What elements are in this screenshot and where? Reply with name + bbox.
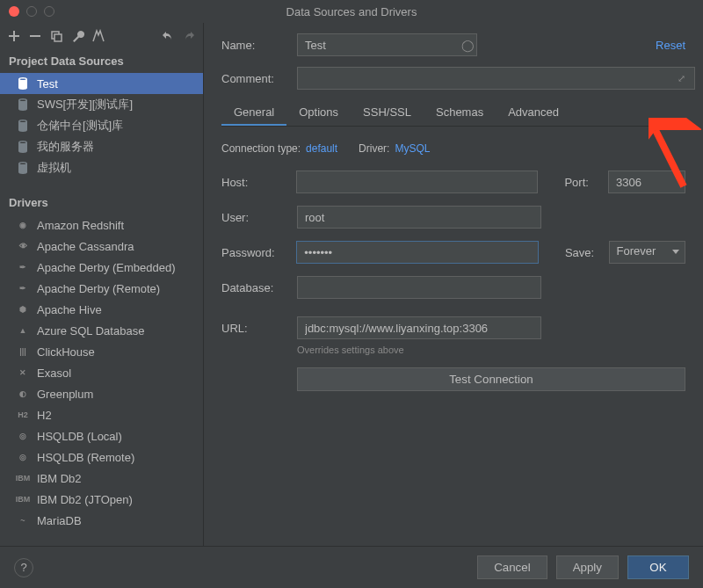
color-indicator-icon[interactable]: ◯ — [461, 39, 475, 52]
database-icon — [16, 140, 30, 154]
driver-label: Exasol — [37, 367, 71, 380]
data-source-item[interactable]: 仓储中台[测试]库 — [0, 115, 203, 136]
redo-icon[interactable] — [182, 29, 196, 43]
driver-icon: H2 — [16, 408, 30, 422]
connection-type-link[interactable]: default — [306, 142, 337, 155]
svg-rect-1 — [54, 34, 62, 41]
wrench-icon[interactable] — [70, 29, 84, 43]
host-input[interactable] — [296, 171, 538, 193]
data-source-item[interactable]: Test — [0, 73, 203, 94]
sidebar-toolbar — [0, 23, 203, 49]
driver-label: ClickHouse — [37, 345, 95, 359]
driver-item[interactable]: ◉Amazon Redshift — [0, 214, 203, 236]
database-icon — [16, 76, 30, 91]
tab-sshssl[interactable]: SSH/SSL — [351, 100, 424, 126]
driver-icon: 👁 — [16, 239, 30, 253]
driver-item[interactable]: ✕Exasol — [0, 362, 203, 383]
data-source-item[interactable]: SWS[开发][测试库] — [0, 94, 203, 115]
data-source-label: SWS[开发][测试库] — [37, 97, 133, 113]
driver-icon: ◐ — [16, 387, 30, 401]
ok-button[interactable]: OK — [627, 555, 689, 579]
chevron-down-icon — [672, 250, 679, 254]
window-close-button[interactable] — [9, 6, 19, 17]
connection-info: Connection type: default Driver: MySQL — [221, 142, 685, 155]
window-maximize-button[interactable] — [44, 6, 54, 17]
password-input[interactable] — [296, 241, 539, 264]
save-select-value: Forever — [617, 244, 656, 258]
driver-item[interactable]: ⬢Apache Hive — [0, 299, 203, 320]
driver-icon: ◎ — [16, 429, 30, 443]
driver-label: Amazon Redshift — [37, 219, 124, 232]
driver-item[interactable]: ◎HSQLDB (Remote) — [0, 446, 203, 468]
host-label: Host: — [221, 176, 287, 189]
drivers-header: Drivers — [0, 191, 203, 214]
driver-link[interactable]: MySQL — [395, 142, 430, 155]
database-input[interactable] — [297, 276, 541, 299]
name-input[interactable] — [297, 33, 477, 56]
copy-icon[interactable] — [49, 29, 63, 43]
driver-icon: ✕ — [16, 366, 30, 380]
remove-icon[interactable] — [28, 29, 42, 43]
driver-item[interactable]: ✒Apache Derby (Embedded) — [0, 257, 203, 278]
driver-item[interactable]: ◐Greenplum — [0, 383, 203, 404]
driver-item[interactable]: |||ClickHouse — [0, 341, 203, 362]
name-label: Name: — [221, 39, 288, 52]
port-label: Port: — [564, 176, 599, 189]
titlebar: Data Sources and Drivers — [0, 0, 703, 23]
footer: ? Cancel Apply OK — [0, 546, 703, 588]
driver-label: MariaDB — [37, 514, 82, 527]
driver-item[interactable]: ✒Apache Derby (Remote) — [0, 278, 203, 299]
schema-icon[interactable] — [91, 29, 105, 43]
comment-input[interactable] — [297, 67, 695, 90]
driver-label: H2 — [37, 409, 52, 422]
add-icon[interactable] — [7, 29, 21, 43]
driver-label: Apache Hive — [37, 303, 102, 316]
driver-icon: ◉ — [16, 218, 30, 232]
tabs: GeneralOptionsSSH/SSLSchemasAdvanced — [221, 100, 685, 127]
undo-icon[interactable] — [161, 29, 175, 43]
driver-label: IBM Db2 (JTOpen) — [37, 493, 133, 506]
driver-icon: ✒ — [16, 281, 30, 295]
test-connection-button[interactable]: Test Connection — [297, 367, 685, 391]
user-input[interactable] — [297, 206, 541, 229]
tab-schemas[interactable]: Schemas — [424, 100, 496, 126]
tab-general[interactable]: General — [221, 100, 286, 126]
driver-label: HSQLDB (Remote) — [37, 451, 134, 464]
driver-label: Azure SQL Database — [37, 324, 144, 338]
database-icon — [16, 161, 30, 175]
cancel-button[interactable]: Cancel — [477, 555, 547, 579]
driver-icon: ⬢ — [16, 302, 30, 316]
driver-item[interactable]: 👁Apache Cassandra — [0, 236, 203, 257]
driver-item[interactable]: ◎HSQLDB (Local) — [0, 425, 203, 446]
driver-icon: IBM — [16, 492, 30, 506]
data-sources-header: Project Data Sources — [0, 49, 203, 73]
window-title: Data Sources and Drivers — [0, 5, 703, 18]
driver-item[interactable]: IBMIBM Db2 (JTOpen) — [0, 489, 203, 510]
reset-link[interactable]: Reset — [656, 39, 685, 52]
driver-item[interactable]: IBMIBM Db2 — [0, 468, 203, 489]
database-label: Database: — [221, 281, 288, 294]
tab-options[interactable]: Options — [286, 100, 351, 126]
tab-advanced[interactable]: Advanced — [496, 100, 571, 126]
driver-label: IBM Db2 — [37, 472, 82, 485]
database-icon — [16, 119, 30, 133]
data-source-item[interactable]: 虚拟机 — [0, 157, 203, 178]
driver-icon: ▲ — [16, 323, 30, 338]
expand-icon[interactable]: ⤢ — [678, 73, 685, 84]
data-source-item[interactable]: 我的服务器 — [0, 136, 203, 157]
driver-icon: ✒ — [16, 260, 30, 274]
save-select[interactable]: Forever — [609, 241, 685, 264]
driver-item[interactable]: H2H2 — [0, 404, 203, 425]
driver-item[interactable]: ▲Azure SQL Database — [0, 320, 203, 341]
url-input[interactable] — [297, 316, 541, 339]
driver-item[interactable]: ~MariaDB — [0, 510, 203, 531]
window-minimize-button[interactable] — [26, 6, 37, 17]
data-source-label: 我的服务器 — [37, 139, 94, 155]
url-label: URL: — [221, 322, 288, 335]
driver-icon: ~ — [16, 513, 30, 527]
port-input[interactable] — [608, 171, 685, 193]
driver-label: HSQLDB (Local) — [37, 430, 122, 443]
help-button[interactable]: ? — [14, 558, 33, 577]
database-icon — [16, 98, 30, 112]
apply-button[interactable]: Apply — [556, 555, 619, 579]
